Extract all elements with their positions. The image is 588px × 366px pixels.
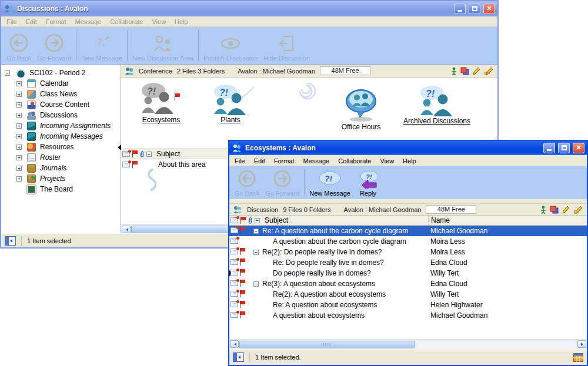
tree-item-journals[interactable]: +Journals [1,163,121,173]
close-button[interactable]: ✕ [573,143,584,153]
tree-item-class-news[interactable]: +Class News [1,89,121,99]
message-row[interactable]: A question about the carbon cycle diagra… [229,236,587,247]
expand-box-icon[interactable]: + [16,92,22,97]
red-blue-squares-icon[interactable] [550,206,559,214]
menu-item-message[interactable]: Message [75,18,102,25]
conference-item-office-hours[interactable]: Office Hours [327,88,395,131]
subject-column-header[interactable]: Subject [156,150,180,158]
close-button[interactable]: ✕ [483,4,495,14]
menu-item-help[interactable]: Help [403,157,416,164]
window-title: Discussions : Avalon [17,5,451,13]
subject-column-header[interactable]: Subject [265,216,288,224]
message-row[interactable]: Re: A question about ecosystemsHelen Hig… [229,300,587,310]
conference-item-ecosystems[interactable]: ?! Ecosystems [129,81,193,124]
message-row[interactable]: Re: Do people really live in domes?Edna … [229,257,587,268]
expand-box-icon[interactable]: + [16,134,22,139]
menu-item-view[interactable]: View [380,157,394,164]
tree-item-incoming-assignments[interactable]: +Incoming Assignments [1,120,121,131]
expand-box-icon[interactable]: + [16,166,22,171]
menu-item-message[interactable]: Message [303,157,330,164]
menu-item-format[interactable]: Format [46,18,66,25]
expand-box-icon[interactable]: + [16,113,22,118]
green-person-icon[interactable] [540,206,546,214]
go-back-button[interactable]: Go Back [232,167,262,198]
message-row[interactable]: −Re: A question about the carbon cycle d… [229,226,587,236]
reply-button[interactable]: ?! Reply [353,167,383,198]
menu-item-collaborate[interactable]: Collaborate [110,18,143,25]
tree-item-the-board[interactable]: The Board [1,184,121,194]
name-column-header[interactable]: Name [428,216,587,225]
pencil-icon[interactable] [473,67,480,75]
collapse-box-icon[interactable]: − [253,229,259,234]
scrollbar-thumb[interactable] [239,341,415,348]
message-row[interactable]: A question about ecosystemsMichael Goodm… [229,310,587,321]
scroll-right-arrow[interactable] [577,340,586,348]
new-discussion-area-button[interactable]: New Discussion Area [129,28,196,63]
tree-item-incoming-messages[interactable]: +Incoming Messages [1,131,121,142]
collapse-box-icon[interactable]: − [253,250,259,255]
horizontal-scrollbar[interactable] [229,339,587,349]
panel-toggle-icon[interactable] [233,352,244,362]
message-list-header[interactable]: − Subject Name [229,216,587,226]
collapse-box-icon[interactable]: − [253,281,259,287]
scroll-left-arrow[interactable] [230,340,239,348]
board-icon [27,185,36,194]
go-forward-button[interactable]: Go Forward [34,28,74,63]
conference-item-plants[interactable]: ?! Plants [199,83,262,124]
collapse-box-icon[interactable]: − [5,70,10,76]
minimize-button[interactable] [543,143,555,153]
expand-box-icon[interactable]: + [16,176,22,182]
news-icon [27,90,36,99]
tree-item-projects[interactable]: +Projects [1,173,121,184]
scroll-left-arrow[interactable] [122,226,131,233]
titlebar-ecosystems[interactable]: Ecosystems : Avalon ✕ [229,141,587,155]
menu-item-view[interactable]: View [152,18,166,25]
expand-box-icon[interactable]: + [16,81,22,86]
new-message-button[interactable]: ?! New Message [306,167,353,198]
menu-item-file[interactable]: File [235,157,245,164]
green-person-icon[interactable] [451,67,457,75]
new-message-button[interactable]: ?, New Message [78,28,125,63]
publish-discussion-button[interactable]: Publish Discussion [201,28,260,63]
red-blue-squares-icon[interactable] [460,67,469,75]
svg-text:?,: ?, [97,37,105,47]
subject-text-wrap: Re: A question about ecosystems [273,301,377,309]
message-row[interactable]: Do people really live in domes?Willy Ter… [229,268,587,278]
maximize-button[interactable] [558,143,570,153]
tree-item-roster[interactable]: +Roster [1,152,121,163]
minimize-button[interactable] [454,4,466,14]
message-row[interactable]: −Re(2): Do people really live in domes?M… [229,247,587,257]
menu-item-edit[interactable]: Edit [26,18,37,25]
tree-item-root[interactable]: −SCI102 - Period 2 [1,68,121,78]
go-back-button[interactable]: Go Back [4,28,34,63]
pane-splitter-arrow[interactable] [115,145,121,150]
tree-item-discussions[interactable]: +Discussions [1,110,121,120]
tree-item-resources[interactable]: +Resources [1,142,121,152]
maximize-button[interactable] [469,4,480,14]
grid-view-icon[interactable] [573,353,583,362]
tree-item-course-content[interactable]: +Course Content [1,99,121,110]
tree-item-calendar[interactable]: +Calendar [1,78,121,89]
pencil-key-icon[interactable] [573,206,583,214]
hide-discussion-button[interactable]: Hide Discussion [260,28,313,63]
conference-item-archived-discussions[interactable]: ?! Archived Discussions [393,85,481,125]
panel-toggle-icon[interactable] [5,236,16,246]
menu-item-file[interactable]: File [6,18,17,25]
collapse-box-icon[interactable]: − [255,218,260,223]
expand-box-icon[interactable]: + [16,145,22,150]
expand-box-icon[interactable]: + [16,155,22,160]
pencil-key-icon[interactable] [484,67,494,75]
titlebar-discussions[interactable]: Discussions : Avalon ✕ [1,1,497,16]
menu-item-format[interactable]: Format [274,157,295,164]
go-forward-button[interactable]: Go Forward [262,167,302,198]
expand-box-icon[interactable]: + [16,102,22,108]
collapse-box-icon[interactable]: − [146,152,152,157]
menu-item-edit[interactable]: Edit [254,157,265,164]
menu-item-help[interactable]: Help [175,18,188,25]
envelope-icon [122,151,130,157]
pencil-icon[interactable] [562,206,570,214]
menu-item-collaborate[interactable]: Collaborate [338,157,371,164]
expand-box-icon[interactable]: + [16,123,22,129]
message-row[interactable]: −Re(3): A question about ecosystemsEdna … [229,278,587,289]
message-row[interactable]: Re(2): A question about ecosystemsWilly … [229,289,587,300]
